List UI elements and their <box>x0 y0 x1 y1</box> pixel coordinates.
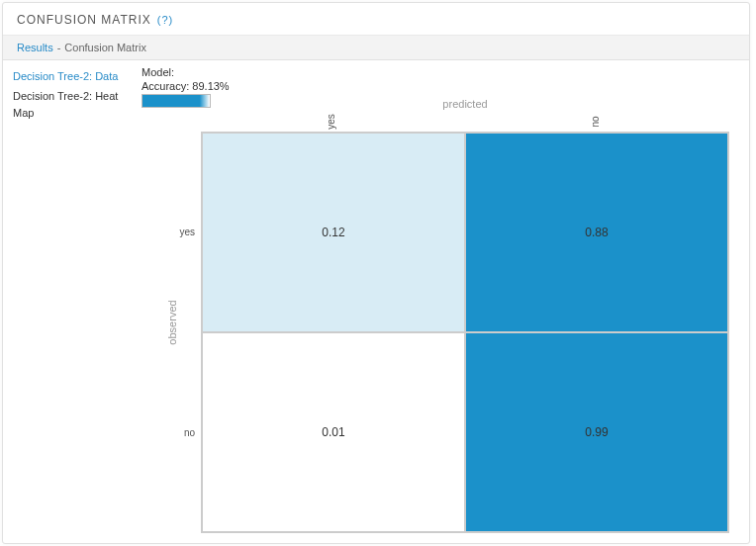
cell-no-yes: 0.01 <box>202 332 465 532</box>
panel-header: CONFUSION MATRIX (?) <box>3 3 749 36</box>
column-labels: yes no <box>201 114 729 130</box>
heatmap-grid: 0.12 0.88 0.01 0.99 <box>201 132 729 533</box>
model-label: Model: <box>142 66 729 78</box>
model-accuracy: Accuracy: 89.13% <box>142 80 729 92</box>
row-label-yes: yes <box>171 132 199 332</box>
sidebar: Decision Tree-2: Data Decision Tree-2: H… <box>3 60 142 543</box>
row-label-no: no <box>171 332 199 533</box>
sidebar-item-data[interactable]: Decision Tree-2: Data <box>13 68 132 86</box>
confusion-matrix-chart: predicted yes no observed yes no 0.12 0.… <box>201 112 729 533</box>
panel-body: Decision Tree-2: Data Decision Tree-2: H… <box>3 60 749 543</box>
breadcrumb-sep: - <box>57 42 61 53</box>
sidebar-item-heatmap[interactable]: Decision Tree-2: Heat Map <box>13 88 132 123</box>
panel-title: CONFUSION MATRIX <box>17 13 151 27</box>
breadcrumb: Results - Confusion Matrix <box>3 36 749 60</box>
axis-label-predicted: predicted <box>201 98 729 110</box>
breadcrumb-root[interactable]: Results <box>17 42 53 53</box>
cell-yes-yes: 0.12 <box>202 133 465 332</box>
row-labels: yes no <box>171 132 199 533</box>
help-link[interactable]: (?) <box>157 14 173 26</box>
confusion-matrix-panel: CONFUSION MATRIX (?) Results - Confusion… <box>2 2 750 544</box>
cell-no-no: 0.99 <box>465 332 728 532</box>
breadcrumb-current: Confusion Matrix <box>64 42 146 53</box>
cell-yes-no: 0.88 <box>465 133 728 332</box>
main-area: Model: Accuracy: 89.13% predicted yes no… <box>142 60 749 543</box>
